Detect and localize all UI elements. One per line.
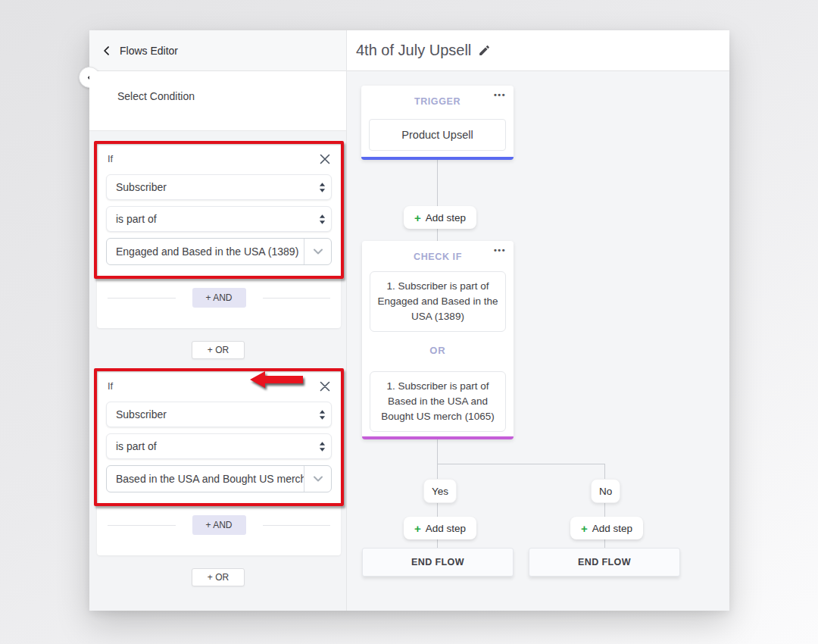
plus-icon: +: [581, 522, 588, 535]
add-and-button[interactable]: + AND: [192, 515, 246, 535]
end-flow-node-no: END FLOW: [529, 548, 680, 577]
stepper-icon: [313, 182, 331, 193]
operator-select[interactable]: is part of: [106, 433, 332, 459]
divider: [108, 525, 176, 526]
add-or-button-1[interactable]: + OR: [192, 341, 245, 359]
section-title: Select Condition: [117, 90, 195, 102]
back-chevron-icon: [101, 45, 112, 56]
check-if-condition-2: 1. Subscriber is part of Based in the US…: [370, 371, 506, 432]
field-select[interactable]: Subscriber: [106, 174, 332, 200]
segment-select-value: Engaged and Based in the USA (1389): [107, 245, 304, 258]
app-window: Flows Editor Select Condition If Subscri…: [89, 30, 729, 611]
check-if-kind-label: CHECK IF: [362, 241, 514, 262]
divider: [263, 298, 331, 299]
operator-select-value: is part of: [107, 440, 313, 452]
field-select[interactable]: Subscriber: [106, 402, 332, 427]
add-step-button-top[interactable]: + Add step: [404, 206, 476, 229]
stepper-icon: [313, 214, 331, 225]
add-and-button[interactable]: + AND: [192, 288, 246, 308]
yes-branch-badge: Yes: [423, 479, 457, 503]
trigger-menu-icon[interactable]: •••: [494, 90, 506, 99]
operator-select-value: is part of: [107, 213, 313, 225]
add-step-button-yes[interactable]: + Add step: [404, 517, 476, 539]
trigger-name: Product Upsell: [369, 119, 506, 151]
check-if-or-label: OR: [362, 345, 514, 356]
edit-pencil-icon[interactable]: [478, 44, 491, 57]
stepper-icon: [313, 441, 331, 452]
trigger-node[interactable]: TRIGGER ••• Product Upsell: [361, 86, 514, 160]
add-step-label: Add step: [426, 523, 466, 534]
page-title: 4th of July Upsell: [356, 42, 471, 59]
add-step-label: Add step: [426, 212, 466, 224]
flow-area: TRIGGER ••• Product Upsell + Add step CH…: [347, 71, 729, 611]
chevron-down-icon: [304, 239, 331, 264]
plus-icon: +: [414, 211, 421, 224]
add-or-button-2[interactable]: + OR: [192, 568, 245, 586]
add-step-label: Add step: [592, 523, 632, 534]
segment-select[interactable]: Engaged and Based in the USA (1389): [106, 238, 332, 265]
check-if-node[interactable]: CHECK IF ••• 1. Subscriber is part of En…: [362, 241, 514, 439]
connector-line: [437, 439, 438, 464]
no-branch-badge: No: [591, 479, 620, 503]
connector-line: [437, 464, 605, 464]
chevron-down-icon: [304, 466, 331, 492]
plus-icon: +: [414, 522, 421, 535]
check-if-menu-icon[interactable]: •••: [494, 245, 506, 255]
field-select-value: Subscriber: [107, 181, 313, 193]
divider: [263, 525, 331, 526]
if-label: If: [108, 153, 113, 164]
section-title-row: Select Condition: [89, 71, 346, 131]
sidebar-header: Flows Editor: [89, 30, 346, 71]
segment-select-value: Based in the USA and Bought US merch: [107, 473, 304, 485]
sidebar: Flows Editor Select Condition If Subscri…: [89, 30, 347, 611]
trigger-kind-label: TRIGGER: [361, 86, 514, 107]
check-if-condition-1: 1. Subscriber is part of Engaged and Bas…: [370, 271, 506, 332]
and-row: + AND: [97, 288, 341, 308]
close-icon[interactable]: [320, 381, 330, 392]
close-icon[interactable]: [320, 154, 330, 164]
back-button[interactable]: Flows Editor: [101, 45, 178, 57]
condition-block-2: If Subscriber is part of Based in the US…: [97, 371, 341, 555]
and-row: + AND: [97, 515, 341, 535]
if-label: If: [108, 380, 113, 392]
segment-select[interactable]: Based in the USA and Bought US merch: [106, 465, 332, 492]
flow-titlebar: 4th of July Upsell: [347, 30, 729, 71]
stepper-icon: [313, 409, 331, 420]
add-step-button-no[interactable]: + Add step: [570, 517, 643, 539]
back-label: Flows Editor: [120, 45, 178, 57]
field-select-value: Subscriber: [107, 408, 313, 420]
divider: [108, 298, 176, 299]
end-flow-node-yes: END FLOW: [362, 548, 514, 577]
condition-block-1: If Subscriber is part of Engaged and Bas…: [97, 144, 341, 328]
operator-select[interactable]: is part of: [106, 206, 332, 232]
flow-canvas: 4th of July Upsell TRIGGER ••• Product U…: [347, 30, 729, 611]
